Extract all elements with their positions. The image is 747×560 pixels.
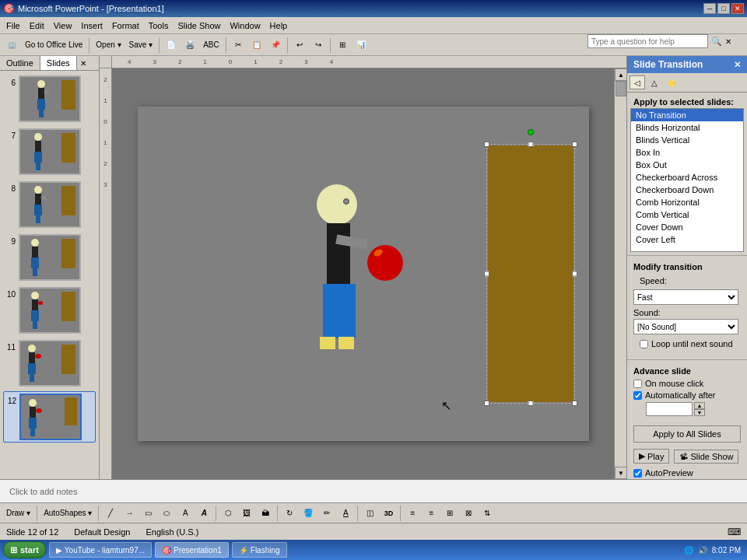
panel-close-icon[interactable]: ✕	[734, 60, 741, 70]
textbox-button[interactable]: A	[177, 505, 194, 522]
transition-item-box-out[interactable]: Box Out	[631, 159, 743, 171]
slide-thumb-9[interactable]: 9	[3, 233, 96, 282]
notes-area[interactable]: Click to add notes	[0, 479, 747, 502]
3d-button[interactable]: 3D	[380, 505, 397, 522]
youtube-label: YouTube - liamturn97...	[65, 546, 145, 555]
scroll-up-button[interactable]: ▲	[615, 68, 626, 81]
draw-button[interactable]: Draw ▾	[3, 505, 33, 522]
menu-item-format[interactable]: Format	[107, 19, 144, 32]
slide-thumb-7[interactable]: 7	[3, 127, 96, 177]
panel-icon-2[interactable]: △	[647, 75, 662, 89]
redo-button[interactable]: ↪	[310, 37, 327, 54]
picture-button[interactable]: 🏔	[257, 505, 274, 522]
wordart-button[interactable]: A	[195, 505, 212, 522]
time-spin-up[interactable]: ▲	[694, 402, 705, 409]
go-to-office-live-button[interactable]: Go to Office Live	[22, 37, 86, 54]
slide-thumb-8[interactable]: 8	[3, 180, 96, 229]
group-button[interactable]: ⊞	[441, 505, 458, 522]
font-color-button[interactable]: A	[337, 505, 354, 522]
play-button[interactable]: ▶ Play	[633, 449, 669, 464]
menu-item-view[interactable]: View	[49, 19, 77, 32]
tab-outline[interactable]: Outline	[0, 56, 40, 70]
autoshapes-button[interactable]: AutoShapes ▾	[40, 505, 95, 522]
speed-select[interactable]: Slow Medium Fast	[633, 289, 738, 305]
oval-button[interactable]: ⬭	[158, 505, 175, 522]
ungroup-button[interactable]: ⊠	[460, 505, 477, 522]
diagram-button[interactable]: ⬡	[219, 505, 237, 522]
slide-thumb-10[interactable]: 10	[3, 285, 96, 335]
save-button[interactable]: Save ▾	[126, 37, 156, 54]
clipart-button[interactable]: 🖼	[238, 505, 255, 522]
spell-button[interactable]: ABC	[200, 37, 223, 54]
arrow-button[interactable]: →	[121, 505, 138, 522]
transition-item-cover-left[interactable]: Cover Left	[631, 233, 743, 246]
auto-time-input[interactable]: 00:00.1	[646, 402, 693, 416]
apply-to-all-button[interactable]: Apply to All Slides	[633, 425, 741, 443]
transition-item-blinds-v[interactable]: Blinds Vertical	[631, 134, 743, 146]
paste-button[interactable]: 📌	[267, 37, 284, 54]
loop-checkbox[interactable]	[640, 340, 648, 348]
align-left-button[interactable]: ≡	[404, 505, 421, 522]
ruler-horizontal: 432101234	[100, 56, 626, 68]
scroll-down-button[interactable]: ▼	[615, 467, 626, 479]
taskbar-app-presentation[interactable]: 🎯 Presentation1	[155, 542, 229, 558]
line-color-button[interactable]: ✏	[318, 505, 335, 522]
menu-item-file[interactable]: File	[2, 19, 25, 32]
menu-item-slideshow[interactable]: Slide Show	[173, 19, 225, 32]
sound-select[interactable]: [No Sound] Applause Arrow Camera	[633, 319, 738, 334]
searchbar: 🔍 ✕	[587, 34, 731, 48]
menu-item-edit[interactable]: Edit	[25, 19, 49, 32]
undo-button[interactable]: ↩	[291, 37, 308, 54]
fill-color-button[interactable]: 🪣	[300, 505, 317, 522]
rect-button[interactable]: ▭	[139, 505, 156, 522]
transition-item-comb-h[interactable]: Comb Horizontal	[631, 196, 743, 208]
slide-info: Slide 12 of 12	[6, 527, 58, 537]
cut-button[interactable]: ✂	[230, 37, 247, 54]
shadow-button[interactable]: ◫	[361, 505, 378, 522]
slide-thumb-11[interactable]: 11	[3, 338, 96, 388]
close-search-icon[interactable]: ✕	[725, 37, 731, 46]
transition-item-blinds-h[interactable]: Blinds Horizontal	[631, 121, 743, 134]
transition-item-checker-across[interactable]: Checkerboard Across	[631, 171, 743, 184]
help-search-input[interactable]	[587, 34, 708, 48]
insert-table-button[interactable]: ⊞	[334, 37, 351, 54]
transition-item-box-in[interactable]: Box In	[631, 146, 743, 159]
insert-chart-button[interactable]: 📊	[352, 37, 370, 54]
autopreview-checkbox[interactable]	[633, 469, 642, 478]
maximize-button[interactable]: □	[717, 3, 730, 14]
slide-canvas[interactable]: ↖	[112, 68, 614, 479]
transition-item-comb-v[interactable]: Comb Vertical	[631, 208, 743, 221]
time-spin-down[interactable]: ▼	[694, 409, 705, 416]
slide-thumb-12[interactable]: 12	[3, 391, 96, 443]
taskbar-app-youtube[interactable]: ▶ YouTube - liamturn97...	[49, 542, 152, 558]
line-button[interactable]: ╱	[102, 505, 119, 522]
slideshow-button[interactable]: 📽 Slide Show	[674, 450, 738, 464]
align-right-button[interactable]: ≡	[423, 505, 440, 522]
menu-item-tools[interactable]: Tools	[144, 19, 174, 32]
slide-thumb-6[interactable]: 6	[3, 74, 96, 124]
office-icon[interactable]: 🏢	[3, 37, 20, 54]
transition-item-checker-down[interactable]: Checkerboard Down	[631, 184, 743, 196]
rotate-button[interactable]: ↻	[281, 505, 298, 522]
menu-item-insert[interactable]: Insert	[76, 19, 107, 32]
print-button[interactable]: 🖨️	[181, 37, 198, 54]
taskbar-app-flashing[interactable]: ⚡ Flashing	[232, 542, 287, 558]
copy-button[interactable]: 📋	[248, 37, 265, 54]
start-button[interactable]: ⊞ start	[3, 541, 46, 558]
panel-icon-3[interactable]: ⭐	[664, 75, 679, 89]
menu-item-help[interactable]: Help	[265, 19, 293, 32]
auto-after-checkbox[interactable]	[633, 391, 642, 400]
close-button[interactable]: ✕	[731, 3, 744, 14]
slide-panel-close[interactable]: ✕	[77, 58, 89, 69]
scroll-thumb[interactable]	[615, 81, 626, 96]
minimize-button[interactable]: ─	[703, 3, 716, 14]
transition-item-no-transition[interactable]: No Transition	[631, 109, 743, 121]
transition-item-cover-down[interactable]: Cover Down	[631, 221, 743, 233]
reorder-button[interactable]: ⇅	[479, 505, 496, 522]
new-button[interactable]: 📄	[163, 37, 180, 54]
panel-icon-1[interactable]: ◁	[630, 75, 645, 89]
tab-slides[interactable]: Slides	[40, 56, 77, 70]
on-mouse-click-checkbox[interactable]	[633, 380, 642, 388]
menu-item-window[interactable]: Window	[225, 19, 265, 32]
open-button[interactable]: Open ▾	[93, 37, 124, 54]
